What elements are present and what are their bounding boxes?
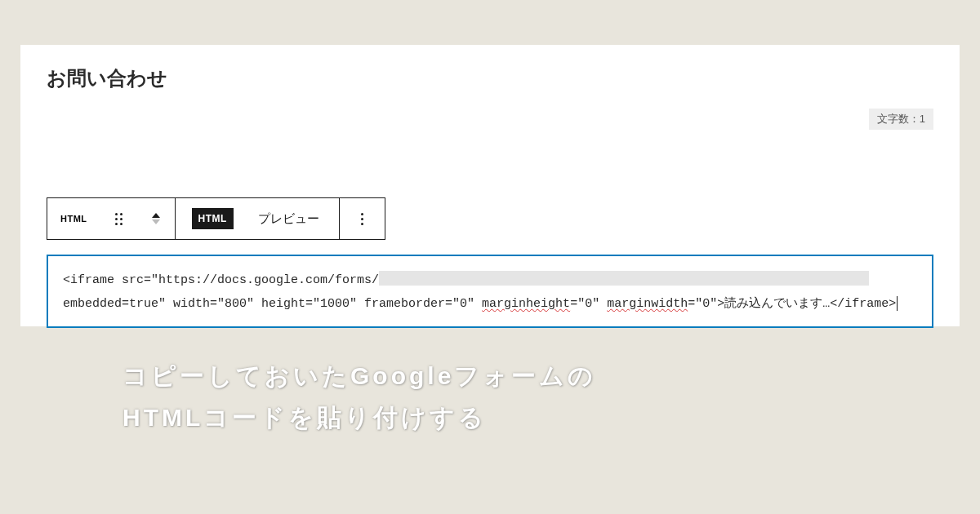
preview-tab-label: プレビュー	[250, 211, 331, 227]
code-text-2b: ="0"	[570, 297, 607, 311]
code-text-2a: embedded=true" width="800" height="1000"…	[63, 297, 482, 311]
html-tab-button[interactable]: HTML	[176, 198, 242, 239]
html-block-icon: HTML	[56, 214, 92, 224]
spellcheck-underline-2: marginwidth	[607, 297, 688, 311]
block-type-button[interactable]: HTML	[47, 198, 100, 239]
instruction-line-1: コピーしておいたGoogleフォームの	[122, 355, 980, 397]
move-buttons[interactable]	[137, 198, 175, 239]
spellcheck-underline-1: marginheight	[482, 297, 570, 311]
more-options-button[interactable]	[340, 198, 385, 239]
code-line-1: <iframe src="https://docs.google.com/for…	[63, 269, 917, 293]
character-count-badge: 文字数：1	[869, 109, 933, 130]
toolbar-group-block: HTML	[47, 197, 176, 240]
text-cursor	[897, 296, 898, 311]
redacted-url-block	[379, 271, 869, 286]
editor-panel: お問い合わせ 文字数：1 HTML	[20, 45, 960, 326]
chevron-down-icon	[152, 219, 160, 224]
code-line-2: embedded=true" width="800" height="1000"…	[63, 293, 917, 317]
code-text-1: <iframe src="https://docs.google.com/for…	[63, 273, 379, 287]
chevron-up-icon	[152, 213, 160, 218]
drag-handle-icon	[109, 213, 129, 225]
more-vertical-icon	[348, 213, 376, 225]
html-code-textarea[interactable]: <iframe src="https://docs.google.com/for…	[47, 255, 933, 328]
instruction-overlay: コピーしておいたGoogleフォームの HTMLコードを貼り付けする	[122, 355, 980, 438]
code-text-2c: ="0">読み込んでいます…</iframe>	[688, 297, 896, 311]
toolbar-group-view: HTML プレビュー	[176, 197, 340, 240]
html-tab-label: HTML	[192, 208, 234, 229]
drag-handle-button[interactable]	[100, 198, 137, 239]
instruction-line-2: HTMLコードを貼り付けする	[122, 397, 980, 438]
toolbar-group-more	[340, 197, 385, 240]
page-title[interactable]: お問い合わせ	[47, 65, 933, 91]
preview-tab-button[interactable]: プレビュー	[242, 198, 339, 239]
block-toolbar: HTML HTML プレビュー	[47, 197, 933, 240]
move-arrows-icon	[145, 213, 167, 224]
